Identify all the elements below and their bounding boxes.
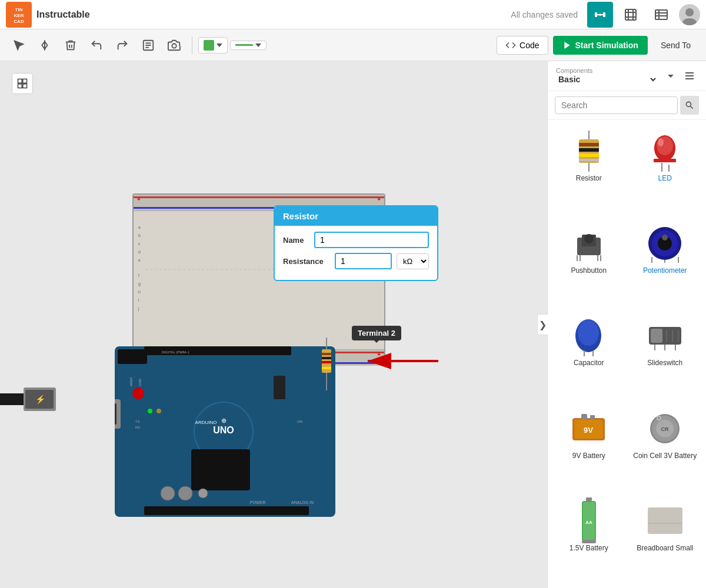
arduino-board: var ph = ''; for(var pi=0; pi<17; pi++){… [115,346,335,517]
code-btn[interactable]: Code [497,36,548,55]
svg-rect-145 [590,415,595,420]
camera-btn[interactable] [162,34,186,57]
list-view-btn[interactable] [681,68,698,84]
svg-text:i: i [138,298,139,302]
name-input[interactable] [314,232,429,248]
toolbar: Code Start Simulation Send To [0,29,706,61]
svg-rect-28 [18,79,22,83]
coin-cell-img: CR [644,408,685,449]
schematic-view-btn[interactable] [648,2,674,28]
canvas-resistor[interactable] [321,338,332,393]
zoom-btn[interactable] [12,73,33,94]
mirror-tool-btn[interactable] [33,34,56,57]
component-9v-battery[interactable]: 9V 9V Battery [554,403,624,490]
search-btn[interactable] [680,96,699,115]
component-resistor[interactable]: Resistor [554,126,624,212]
svg-point-63 [156,409,161,413]
svg-rect-159 [648,507,682,534]
svg-text:g: g [138,282,141,286]
undo-btn[interactable] [85,34,108,57]
svg-point-62 [148,409,152,413]
component-capacitor[interactable]: Capacitor [554,310,624,397]
svg-rect-58 [118,349,147,364]
code-label: Code [519,41,539,50]
svg-text:RX: RX [135,426,140,429]
svg-rect-107 [579,153,599,157]
send-to-btn[interactable]: Send To [652,37,699,54]
svg-text:f: f [138,273,139,278]
usb-cable: ⚡ [0,382,59,417]
circuit-view-btn[interactable] [587,2,613,28]
breadboard-small-img: var bs = ''; for(var br=0; br<5; br++){ … [644,500,685,542]
svg-rect-57 [115,403,116,425]
svg-text:j: j [138,306,139,311]
1-5v-battery-label: 1.5V Battery [570,544,608,552]
separator-1 [192,36,192,54]
top-nav: TIN KER CAD Instructable All changes sav… [0,0,706,29]
start-simulation-btn[interactable]: Start Simulation [553,36,648,55]
led-label: LED [658,174,672,182]
component-1-5v-battery[interactable]: AA 1.5V Battery [554,496,624,582]
component-breadboard-small[interactable]: var bs = ''; for(var br=0; br<5; br++){ … [630,496,701,582]
svg-point-131 [578,320,599,346]
component-pushbutton[interactable]: Pushbutton [554,218,624,305]
svg-text:TIN: TIN [15,7,23,12]
pcb-view-btn[interactable] [618,2,644,28]
svg-text:ANALOG IN: ANALOG IN [291,500,314,505]
svg-text:h: h [138,290,141,294]
svg-rect-144 [581,414,587,420]
component-slideswitch[interactable]: Slideswitch [630,310,701,397]
resistance-input[interactable] [335,253,392,269]
component-coin-cell[interactable]: CR Coin Cell 3V Battery [630,403,701,490]
potentiometer-img [644,223,685,264]
sidebar: ❯ Components Basic All Microcontrollers [547,61,706,588]
svg-point-82 [178,486,192,500]
svg-rect-4 [595,12,597,17]
dropdown-btn[interactable] [662,68,679,84]
sidebar-collapse-btn[interactable]: ❯ [537,314,548,335]
svg-rect-92 [322,357,331,359]
svg-rect-158 [582,540,596,543]
svg-rect-68 [191,449,250,490]
color-picker-btn[interactable] [198,37,228,54]
svg-text:⊕: ⊕ [221,417,227,424]
coin-cell-label: Coin Cell 3V Battery [633,452,697,460]
svg-text:b: b [138,233,141,238]
note-btn[interactable] [136,34,160,57]
unit-select[interactable]: kΩ Ω MΩ [397,253,429,269]
svg-rect-84 [274,376,285,399]
9v-battery-label: 9V Battery [572,452,605,460]
delete-tool-btn[interactable] [59,34,82,57]
category-select[interactable]: Basic All Microcontrollers [556,74,658,85]
svg-point-118 [584,234,594,243]
svg-point-17 [685,8,694,16]
select-tool-btn[interactable] [7,34,31,57]
search-input[interactable] [555,96,678,114]
svg-rect-105 [579,143,599,146]
slideswitch-img [644,315,685,356]
resistor-img [568,131,610,172]
line-preview [235,44,253,46]
resistor-popup: Resistor Name Resistance kΩ Ω MΩ [274,205,438,281]
logo[interactable]: TIN KER CAD [6,2,32,28]
component-potentiometer[interactable]: Potentiometer [630,218,701,305]
svg-rect-5 [603,12,605,17]
svg-point-61 [132,387,144,399]
canvas-area[interactable]: + + // Generate hole dots via JS since w… [0,61,547,588]
svg-text:9V: 9V [584,426,593,435]
capacitor-label: Capacitor [574,359,604,367]
svg-point-18 [682,18,697,25]
redo-btn[interactable] [111,34,134,57]
pushbutton-label: Pushbutton [571,266,607,275]
component-led[interactable]: LED [630,126,701,212]
capacitor-img [568,315,610,356]
line-picker-btn[interactable] [230,41,267,50]
resistor-popup-body: Name Resistance kΩ Ω MΩ [275,226,437,280]
svg-rect-93 [322,361,331,363]
svg-text:AREF: AREF [129,377,133,386]
user-avatar[interactable] [679,4,700,25]
svg-text:KER: KER [14,13,24,18]
svg-text:ON: ON [297,420,302,423]
saved-status: All changes saved [511,10,578,19]
svg-text:d: d [138,250,141,254]
